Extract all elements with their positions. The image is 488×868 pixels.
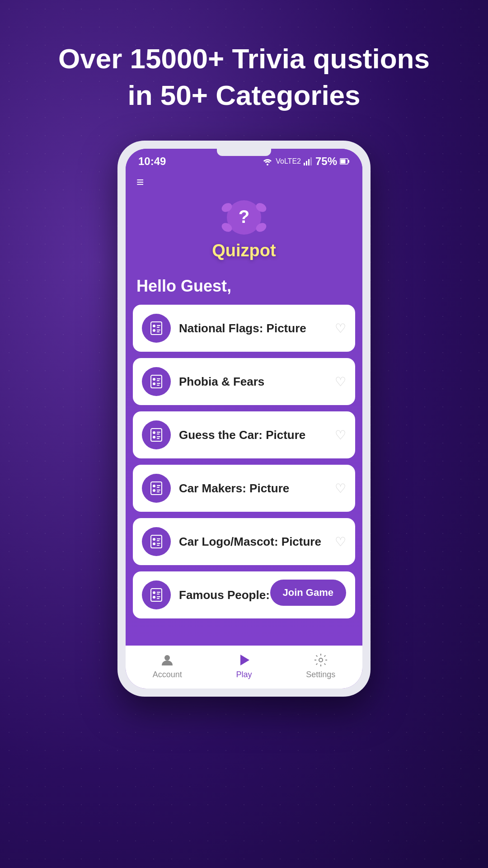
category-name-3: Guess the Car: Picture (179, 428, 305, 442)
nav-item-settings[interactable]: Settings (306, 653, 335, 679)
app-header: ≡ ? Quizpot (126, 171, 362, 269)
svg-point-32 (153, 436, 155, 439)
svg-point-43 (153, 538, 155, 541)
category-card-6[interactable]: Famous People: Picture ♡ Join Game (133, 571, 355, 618)
svg-rect-3 (308, 159, 310, 165)
phone-mockup: 10:49 VoLTE2 7 (117, 141, 371, 697)
headline: Over 15000+ Trivia qustions in 50+ Categ… (31, 41, 457, 113)
svg-rect-24 (157, 380, 160, 381)
account-icon (160, 653, 174, 667)
svg-rect-34 (157, 438, 160, 439)
svg-rect-28 (151, 429, 162, 441)
svg-point-0 (267, 164, 268, 165)
svg-point-25 (153, 382, 155, 385)
category-card-4[interactable]: Car Makers: Picture ♡ (133, 465, 355, 512)
svg-rect-19 (157, 330, 160, 330)
svg-rect-26 (157, 383, 160, 384)
quiz-icon-6 (148, 587, 164, 603)
svg-rect-35 (151, 482, 162, 495)
quiz-icon-5 (148, 533, 164, 550)
category-list: National Flags: Picture ♡ (126, 301, 362, 646)
favorite-icon-1[interactable]: ♡ (335, 321, 346, 336)
status-time: 10:49 (138, 155, 166, 168)
category-icon-bg-6 (142, 580, 171, 609)
svg-rect-17 (157, 327, 160, 328)
svg-rect-51 (157, 592, 160, 593)
svg-point-46 (153, 542, 155, 545)
svg-rect-55 (157, 598, 160, 599)
app-logo-icon: ? (217, 190, 271, 245)
category-card-2[interactable]: Phobia & Fears ♡ (133, 358, 355, 405)
svg-point-56 (164, 655, 170, 660)
svg-rect-23 (157, 378, 160, 379)
status-icons: VoLTE2 75% (262, 155, 350, 168)
category-card-1[interactable]: National Flags: Picture ♡ (133, 305, 355, 352)
greeting: Hello Guest, (126, 269, 362, 301)
nav-item-account[interactable]: Account (153, 653, 182, 679)
svg-rect-49 (151, 589, 162, 601)
quiz-icon-3 (148, 427, 164, 443)
svg-rect-27 (157, 385, 160, 386)
wifi-icon (262, 157, 273, 165)
svg-rect-31 (157, 434, 160, 434)
quiz-icon-4 (148, 480, 164, 496)
favorite-icon-4[interactable]: ♡ (335, 481, 346, 496)
svg-rect-54 (157, 596, 160, 597)
svg-point-53 (153, 596, 155, 599)
nav-item-play[interactable]: Play (236, 653, 252, 679)
battery-icon (340, 158, 350, 165)
svg-point-36 (153, 485, 155, 487)
category-card-3[interactable]: Guess the Car: Picture ♡ (133, 411, 355, 458)
svg-rect-21 (151, 375, 162, 388)
svg-rect-41 (157, 491, 160, 492)
favorite-icon-2[interactable]: ♡ (335, 374, 346, 389)
svg-text:?: ? (239, 207, 249, 226)
svg-rect-47 (157, 543, 160, 544)
play-icon (237, 653, 251, 667)
signal-icon (304, 157, 313, 165)
logo-area: ? Quizpot (212, 190, 276, 260)
svg-rect-42 (151, 535, 162, 548)
svg-rect-7 (348, 160, 349, 163)
svg-rect-33 (157, 436, 160, 437)
svg-rect-16 (157, 325, 160, 326)
svg-rect-48 (157, 545, 160, 546)
category-icon-bg-3 (142, 420, 171, 449)
quiz-icon-1 (148, 320, 164, 336)
svg-marker-57 (240, 655, 249, 665)
svg-point-22 (153, 378, 155, 381)
category-card-5[interactable]: Car Logo/Mascot: Picture ♡ (133, 518, 355, 565)
app-name: Quizpot (212, 241, 276, 260)
svg-rect-14 (151, 322, 162, 335)
nav-label-settings: Settings (306, 670, 335, 679)
category-icon-bg-4 (142, 474, 171, 503)
category-name-1: National Flags: Picture (179, 321, 306, 335)
svg-rect-52 (157, 594, 160, 594)
svg-point-39 (153, 489, 155, 492)
hamburger-menu[interactable]: ≡ (136, 176, 145, 189)
join-game-button[interactable]: Join Game (270, 580, 346, 606)
svg-rect-30 (157, 432, 160, 433)
svg-rect-44 (157, 538, 160, 539)
signal-text: VoLTE2 (276, 157, 301, 165)
category-icon-bg-1 (142, 314, 171, 343)
svg-rect-6 (341, 160, 346, 164)
category-icon-bg-2 (142, 367, 171, 396)
category-name-2: Phobia & Fears (179, 375, 264, 389)
category-icon-bg-5 (142, 527, 171, 556)
battery-text: 75% (315, 155, 337, 168)
svg-rect-20 (157, 331, 160, 332)
category-name-4: Car Makers: Picture (179, 481, 289, 495)
svg-rect-40 (157, 490, 160, 491)
svg-rect-4 (310, 157, 312, 165)
favorite-icon-3[interactable]: ♡ (335, 428, 346, 443)
phone-notch (217, 149, 271, 156)
svg-rect-1 (304, 163, 305, 165)
settings-icon (314, 653, 328, 667)
svg-point-18 (153, 329, 155, 332)
svg-point-58 (319, 658, 323, 662)
svg-rect-38 (157, 487, 160, 488)
nav-label-play: Play (236, 670, 252, 679)
svg-rect-45 (157, 540, 160, 541)
favorite-icon-5[interactable]: ♡ (335, 534, 346, 549)
